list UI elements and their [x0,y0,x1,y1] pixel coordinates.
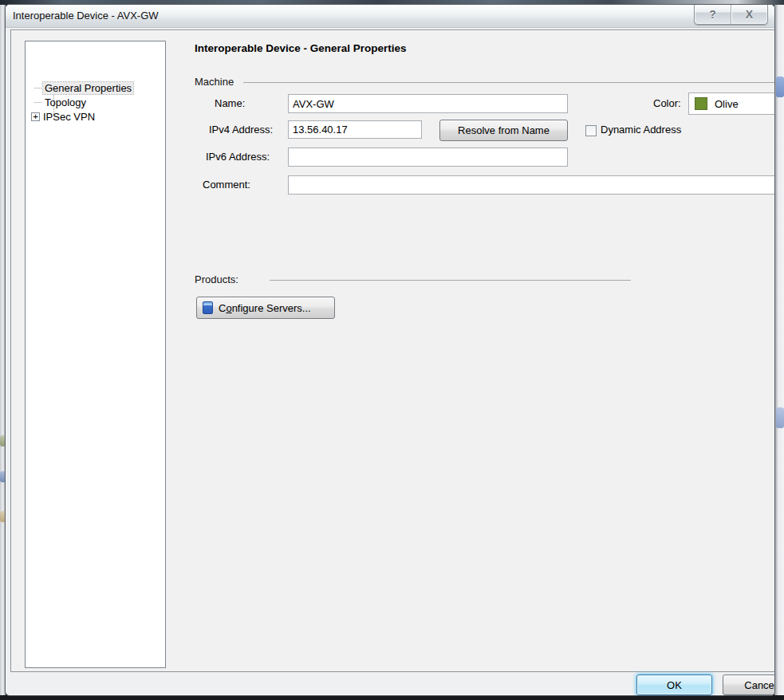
page-title: Interoperable Device - General Propertie… [195,42,407,54]
name-input[interactable] [288,94,568,113]
machine-section-label: Machine [195,76,234,88]
resolve-from-name-button[interactable]: Resolve from Name [439,120,568,141]
close-icon: X [746,8,753,21]
comment-input[interactable] [288,175,775,195]
color-label: Color: [653,94,681,113]
sidebar-item-ipsec-vpn[interactable]: + IPSec VPN [31,110,97,124]
color-dropdown[interactable]: Olive [688,92,775,115]
expand-icon[interactable]: + [31,112,40,121]
caption-button-group: ? X [694,4,768,25]
title-bar[interactable]: Interoperable Device - AVX-GW ? X [6,5,774,28]
help-icon: ? [709,8,716,21]
sidebar-item-label: Topology [43,96,88,108]
sidebar-item-topology[interactable]: Topology [31,96,88,109]
ipv4-input[interactable] [288,120,422,139]
ipv6-input[interactable] [288,147,568,167]
ipv6-label: IPv6 Address: [206,147,270,167]
window-title: Interoperable Device - AVX-GW [13,10,159,22]
products-section-line [270,280,631,281]
products-section-label: Products: [195,273,238,285]
sidebar-item-general-properties[interactable]: General Properties [31,81,133,95]
background-window-right [774,5,784,695]
configure-servers-button[interactable]: Configure Servers... [196,297,335,319]
color-value: Olive [715,98,739,110]
server-icon [203,301,213,314]
sidebar-item-label: IPSec VPN [41,111,97,123]
close-button[interactable]: X [731,4,767,24]
color-swatch [695,97,707,110]
ipv4-label: IPv4 Address: [209,120,273,140]
cancel-button[interactable]: Cancel [723,674,775,695]
dynamic-address-label: Dynamic Address [601,120,681,140]
help-button[interactable]: ? [695,4,731,24]
navigation-tree[interactable]: General Properties Topology + IPSec VPN [25,41,166,668]
dynamic-address-checkbox[interactable] [585,125,597,136]
tree-stub [34,102,41,103]
comment-label: Comment: [203,175,250,195]
tree-stub [34,88,41,88]
machine-section-line [243,82,775,83]
sidebar-item-label: General Properties [43,82,133,94]
ok-button[interactable]: OK [636,674,712,695]
interoperable-device-dialog: Interoperable Device - AVX-GW ? X Genera… [5,4,775,696]
name-label: Name: [215,94,245,113]
